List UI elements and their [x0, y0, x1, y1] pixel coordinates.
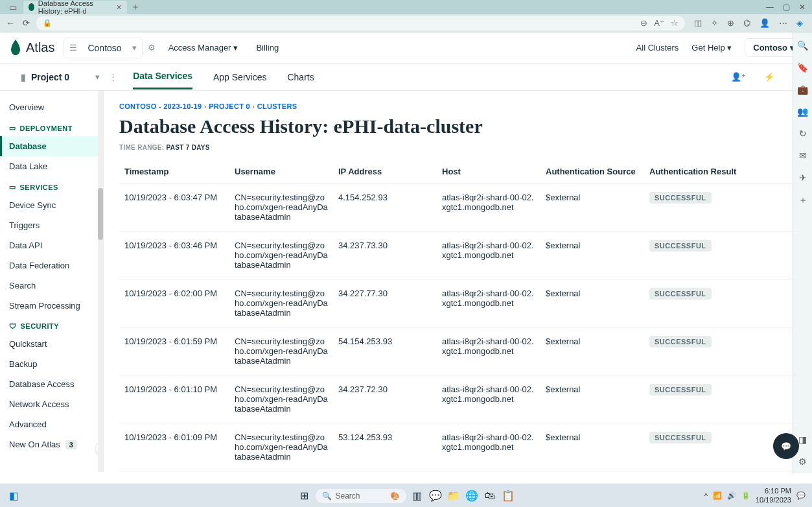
cell-auth-result: SUCCESSFUL	[644, 279, 796, 327]
cell-auth-source: $external	[540, 279, 644, 327]
collections-icon[interactable]: ⊕	[727, 18, 734, 28]
sidebar-item-search[interactable]: Search	[0, 276, 103, 296]
org-selector[interactable]: ☰ Contoso ▾	[64, 38, 142, 58]
sidebar-scrollbar[interactable]	[98, 91, 103, 472]
breadcrumb-org[interactable]: CONTOSO - 2023-10-19	[119, 102, 202, 110]
atlas-logo[interactable]: Atlas	[9, 40, 54, 56]
sidebar-item-new-on-atlas[interactable]: New On Atlas 3	[0, 434, 103, 454]
invite-icon[interactable]: 👤⁺	[731, 72, 746, 82]
chevron-down-icon[interactable]: ▾	[95, 72, 100, 82]
project-selector[interactable]: ▮ Project 0	[21, 72, 69, 82]
chat-fab[interactable]: 💬	[773, 433, 799, 459]
chat-icon[interactable]: 💬	[428, 489, 443, 503]
project-bar: ▮ Project 0 ▾ ⋮ Data Services App Servic…	[0, 64, 812, 91]
tab-charts[interactable]: Charts	[287, 65, 314, 89]
tray-battery-icon[interactable]: 🔋	[741, 491, 750, 500]
task-view-icon[interactable]: ▥	[410, 489, 424, 503]
th-ip[interactable]: IP Address	[333, 160, 437, 183]
read-aloud-icon[interactable]: A⁺	[654, 18, 664, 28]
tab-close-icon[interactable]: ✕	[116, 3, 122, 12]
start-icon[interactable]: ⊞	[297, 489, 312, 503]
taskbar-search[interactable]: 🔍 Search 🎨	[316, 489, 406, 503]
taskbar-clock[interactable]: 6:10 PM 10/19/2023	[756, 487, 791, 504]
window-close-icon[interactable]: ✕	[799, 3, 806, 12]
sidebar-item-triggers[interactable]: Triggers	[0, 215, 103, 235]
extensions-icon[interactable]: ⌬	[743, 18, 750, 28]
breadcrumb-section[interactable]: CLUSTERS	[257, 102, 297, 110]
org-icon: ☰	[64, 43, 82, 53]
nav-billing[interactable]: Billing	[256, 43, 279, 53]
cell-host: atlas-i8qr2i-shard-00-02.xgtc1.mongodb.n…	[437, 279, 540, 327]
nav-access-manager[interactable]: Access Manager ▾	[168, 43, 238, 53]
window-minimize-icon[interactable]: —	[766, 3, 774, 12]
th-auth-source[interactable]: Authentication Source	[540, 160, 644, 183]
window-maximize-icon[interactable]: ▢	[783, 3, 790, 12]
new-label: New On Atlas	[9, 440, 60, 449]
sidebar-item-stream-processing[interactable]: Stream Processing	[0, 296, 103, 316]
cell-auth-source: $external	[540, 375, 644, 423]
tray-chevron-icon[interactable]: ^	[704, 492, 708, 500]
th-timestamp[interactable]: Timestamp	[119, 160, 229, 183]
sidebar-item-data-api[interactable]: Data API	[0, 235, 103, 255]
breadcrumb-project[interactable]: PROJECT 0	[209, 102, 250, 110]
more-icon[interactable]: ⋯	[779, 18, 787, 28]
more-icon[interactable]: ⋮	[109, 72, 117, 82]
sidebar-item-quickstart[interactable]: Quickstart	[0, 334, 103, 354]
copilot-icon[interactable]: ◈	[796, 18, 803, 28]
side-tag-icon[interactable]: 🔖	[797, 62, 808, 73]
sidebar-item-data-federation[interactable]: Data Federation	[0, 255, 103, 276]
sb-header-label: SERVICES	[20, 183, 58, 191]
link-get-help[interactable]: Get Help ▾	[691, 43, 732, 53]
back-icon[interactable]: ←	[5, 18, 16, 29]
url-bar[interactable]: 🔒 ⊖ A⁺ ☆	[36, 16, 685, 30]
gear-icon[interactable]: ⚙	[148, 43, 156, 53]
new-tab-icon[interactable]: ＋	[131, 1, 140, 13]
widgets-icon[interactable]: ◧	[6, 489, 21, 503]
browser-tab-active[interactable]: Database Access History: ePHI-d ✕	[23, 1, 127, 14]
table-header-row: Timestamp Username IP Address Host Authe…	[119, 160, 796, 183]
sidebar-item-overview[interactable]: Overview	[0, 97, 103, 117]
sidebar-item-data-lake[interactable]: Data Lake	[0, 156, 103, 176]
cell-username: CN=security.testing@zoho.com/xgen-readAn…	[229, 375, 333, 423]
sb-header-label: SECURITY	[21, 322, 60, 330]
tab-group-icon[interactable]: ▭	[3, 2, 23, 12]
sidebar-item-database-access[interactable]: Database Access	[0, 374, 103, 394]
tab-app-services[interactable]: App Services	[213, 65, 266, 89]
app-icon[interactable]: 📋	[501, 489, 515, 503]
folder-icon: ▮	[21, 72, 26, 82]
sidebar-item-database[interactable]: Database	[0, 136, 103, 156]
explorer-icon[interactable]: 📁	[447, 489, 461, 503]
th-auth-result[interactable]: Authentication Result	[644, 160, 796, 183]
sidebar-item-device-sync[interactable]: Device Sync	[0, 195, 103, 215]
cell-timestamp: 10/19/2023 - 6:01:59 PM	[119, 327, 229, 375]
store-icon[interactable]: 🛍	[483, 489, 497, 503]
favorite-icon[interactable]: ☆	[671, 18, 679, 28]
sidebar-item-network-access[interactable]: Network Access	[0, 394, 103, 414]
profile-icon[interactable]: 👤	[760, 18, 770, 28]
split-screen-icon[interactable]: ◫	[694, 18, 702, 28]
cell-host: atlas-i8qr2i-shard-00-02.xgtc1.mongodb.n…	[437, 231, 540, 279]
th-username[interactable]: Username	[229, 160, 333, 183]
link-all-clusters[interactable]: All Clusters	[636, 43, 679, 53]
favorites-bar-icon[interactable]: ✧	[711, 18, 718, 28]
cell-username: CN=security.testing@zoho.com/xgen-readAn…	[229, 183, 333, 231]
cell-ip: 34.227.77.30	[333, 279, 437, 327]
edge-icon[interactable]: 🌐	[465, 489, 479, 503]
tray-wifi-icon[interactable]: 📶	[713, 491, 722, 500]
org-name: Contoso	[82, 43, 126, 53]
sidebar-item-backup[interactable]: Backup	[0, 354, 103, 374]
sidebar-item-advanced[interactable]: Advanced	[0, 414, 103, 434]
refresh-icon[interactable]: ⟳	[21, 18, 31, 29]
side-search-icon[interactable]: 🔍	[797, 40, 808, 51]
zoom-icon[interactable]: ⊖	[640, 18, 647, 28]
table-row: 10/19/2023 - 6:01:09 PM CN=security.test…	[119, 423, 796, 471]
th-host[interactable]: Host	[437, 160, 540, 183]
tray-volume-icon[interactable]: 🔊	[727, 491, 736, 500]
cell-timestamp: 10/19/2023 - 6:02:00 PM	[119, 279, 229, 327]
tab-data-services[interactable]: Data Services	[133, 64, 192, 89]
help-label: Get Help	[691, 43, 725, 53]
notifications-icon[interactable]: 💬	[796, 491, 806, 500]
page-title: Database Access History: ePHI-data-clust…	[119, 115, 796, 137]
activity-icon[interactable]: ⚡	[764, 72, 774, 82]
sidebar-header-security: 🛡 SECURITY	[0, 316, 103, 334]
